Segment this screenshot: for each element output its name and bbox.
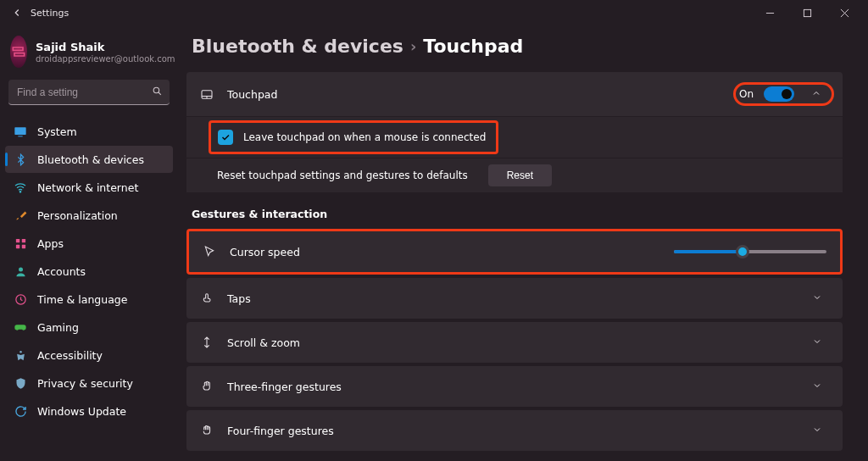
touchpad-title: Touchpad	[227, 88, 277, 101]
svg-point-15	[19, 350, 22, 353]
scroll-zoom-label: Scroll & zoom	[227, 336, 300, 349]
chevron-down-icon	[805, 380, 829, 393]
search-input[interactable]	[8, 80, 170, 105]
collapse-button[interactable]	[804, 88, 828, 101]
three-finger-icon	[200, 380, 214, 393]
chevron-down-icon	[805, 425, 829, 437]
shield-icon	[14, 376, 27, 390]
brush-icon	[14, 208, 27, 222]
cursor-icon	[203, 245, 216, 258]
clock-icon	[14, 292, 27, 306]
chevron-down-icon	[805, 336, 829, 349]
svg-rect-9	[15, 238, 19, 242]
nav-privacy[interactable]: Privacy & security	[5, 369, 173, 397]
user-email: droidappsreviewer@outlook.com	[36, 54, 175, 64]
four-finger-panel[interactable]: Four-finger gestures	[186, 410, 843, 451]
nav-update[interactable]: Windows Update	[5, 397, 173, 425]
nav-apps[interactable]: Apps	[5, 230, 173, 257]
scroll-icon	[200, 336, 214, 349]
taps-panel[interactable]: Taps	[186, 278, 843, 319]
user-name: Sajid Shaik	[36, 41, 175, 53]
reset-label: Reset touchpad settings and gestures to …	[217, 169, 468, 181]
leave-touchpad-checkbox[interactable]	[218, 130, 233, 145]
nav-label: Gaming	[37, 321, 79, 334]
taps-label: Taps	[227, 292, 251, 305]
touchpad-icon	[200, 87, 214, 101]
nav-gaming[interactable]: Gaming	[5, 314, 173, 341]
highlight-toggle: On	[733, 82, 834, 106]
leave-touchpad-label: Leave touchpad on when a mouse is connec…	[243, 131, 486, 143]
svg-rect-6	[14, 127, 25, 135]
four-finger-icon	[200, 424, 214, 437]
gamepad-icon	[14, 320, 27, 334]
nav-label: Network & internet	[37, 181, 138, 194]
svg-rect-11	[15, 244, 19, 247]
nav-label: Bluetooth & devices	[37, 153, 144, 166]
gestures-heading: Gestures & interaction	[192, 208, 843, 220]
scroll-zoom-panel[interactable]: Scroll & zoom	[186, 322, 843, 363]
nav-personalization[interactable]: Personalization	[5, 202, 173, 229]
minimize-button[interactable]	[751, 0, 788, 25]
maximize-button[interactable]	[788, 0, 826, 25]
update-icon	[14, 404, 27, 418]
chevron-down-icon	[805, 292, 829, 305]
nav-label: System	[37, 125, 77, 138]
nav-label: Accessibility	[37, 349, 103, 362]
nav-accounts[interactable]: Accounts	[5, 258, 173, 285]
tap-icon	[200, 292, 214, 305]
chevron-right-icon: ›	[410, 37, 416, 55]
nav-system[interactable]: System	[5, 118, 173, 145]
nav-accessibility[interactable]: Accessibility	[5, 342, 173, 369]
back-button[interactable]	[5, 7, 29, 19]
reset-button[interactable]: Reset	[488, 164, 552, 186]
three-finger-panel[interactable]: Three-finger gestures	[186, 366, 843, 407]
touchpad-panel: Touchpad On Leave touchpad on	[186, 72, 843, 192]
nav-bluetooth[interactable]: Bluetooth & devices	[5, 146, 173, 173]
four-finger-label: Four-finger gestures	[227, 425, 334, 437]
breadcrumb-parent[interactable]: Bluetooth & devices	[192, 36, 403, 57]
nav-label: Accounts	[37, 265, 86, 278]
accessibility-icon	[14, 348, 27, 362]
three-finger-label: Three-finger gestures	[227, 380, 342, 393]
nav-label: Apps	[37, 237, 64, 250]
nav-label: Time & language	[37, 293, 127, 306]
window-title: Settings	[31, 8, 69, 19]
breadcrumb: Bluetooth & devices › Touchpad	[192, 36, 843, 57]
svg-rect-12	[21, 244, 25, 247]
svg-rect-7	[18, 136, 22, 136]
person-icon	[14, 264, 27, 278]
system-icon	[14, 125, 27, 138]
wifi-icon	[14, 181, 27, 194]
touchpad-toggle[interactable]	[764, 86, 794, 102]
close-button[interactable]	[826, 0, 863, 25]
nav-label: Personalization	[37, 209, 118, 222]
nav-label: Privacy & security	[37, 377, 133, 390]
avatar	[10, 36, 27, 68]
nav-time[interactable]: Time & language	[5, 286, 173, 313]
svg-point-13	[19, 267, 23, 271]
cursor-speed-panel: Cursor speed	[186, 229, 843, 275]
cursor-speed-slider[interactable]	[674, 250, 826, 253]
breadcrumb-current: Touchpad	[423, 36, 523, 57]
svg-rect-1	[804, 9, 810, 16]
toggle-state-label: On	[739, 88, 754, 100]
apps-icon	[14, 236, 27, 250]
bluetooth-icon	[14, 153, 27, 166]
nav-network[interactable]: Network & internet	[5, 174, 173, 201]
svg-point-8	[19, 192, 20, 192]
profile-block[interactable]: Sajid Shaik droidappsreviewer@outlook.co…	[10, 36, 168, 68]
svg-rect-10	[21, 238, 25, 242]
nav-label: Windows Update	[37, 405, 126, 418]
cursor-speed-label: Cursor speed	[230, 246, 300, 258]
